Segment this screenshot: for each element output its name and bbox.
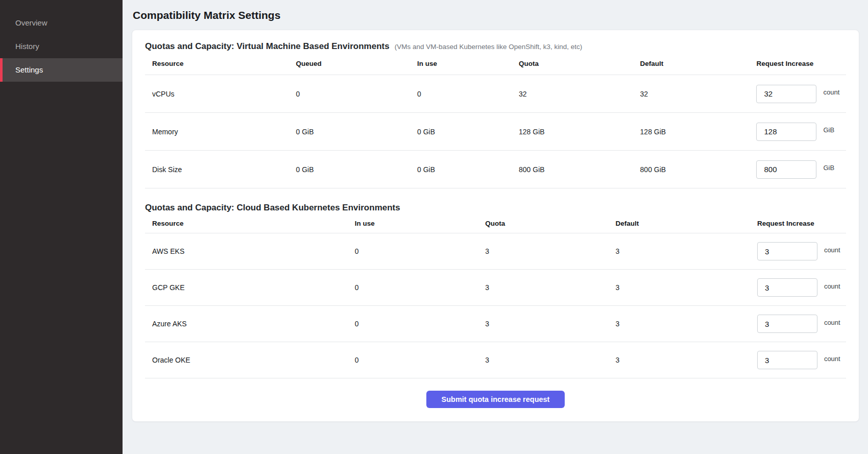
request-increase-input[interactable] (757, 351, 817, 369)
request-increase-input[interactable] (756, 123, 816, 141)
table-header-row: ResourceIn useQuotaDefaultRequest Increa… (145, 214, 846, 233)
column-header: Default (633, 60, 750, 67)
submit-row: Submit quota increase request (145, 391, 846, 408)
resource-value: 0 (410, 90, 512, 98)
resource-value: 0 GiB (288, 128, 410, 136)
column-header: Quota (478, 220, 608, 227)
sidebar: Overview History Settings (0, 0, 123, 454)
resource-value: 3 (609, 283, 750, 292)
column-header: Quota (512, 60, 633, 67)
unit-label: count (824, 246, 840, 254)
request-increase-cell: GiB (749, 123, 846, 141)
unit-label: count (824, 319, 840, 326)
column-header: Request Increase (750, 220, 846, 227)
resource-value: 0 (348, 320, 478, 328)
resource-value: 0 (348, 247, 478, 255)
table-row: AWS EKS033count (145, 233, 846, 270)
resource-value: 3 (478, 356, 608, 364)
resource-value: 32 (512, 90, 633, 98)
page-title: Compatibility Matrix Settings (133, 8, 859, 22)
request-increase-input[interactable] (756, 85, 816, 103)
table-header-row: ResourceQueuedIn useQuotaDefaultRequest … (145, 53, 846, 75)
resource-value: 0 GiB (410, 128, 512, 136)
vm-quota-table: ResourceQueuedIn useQuotaDefaultRequest … (145, 53, 846, 188)
cloud-section-title: Quotas and Capacity: Cloud Based Kuberne… (145, 202, 400, 214)
table-row: Azure AKS033count (145, 306, 846, 342)
resource-name: Azure AKS (145, 320, 348, 328)
resource-value: 3 (478, 283, 608, 292)
column-header: Queued (288, 60, 410, 67)
resource-name: vCPUs (145, 90, 288, 98)
resource-value: 128 GiB (512, 128, 633, 136)
unit-label: GiB (823, 164, 834, 172)
request-increase-input[interactable] (756, 160, 816, 179)
request-increase-cell: count (750, 242, 846, 260)
request-increase-cell: count (750, 315, 846, 333)
sidebar-item-history[interactable]: History (0, 35, 123, 58)
column-header: In use (410, 60, 512, 67)
resource-value: 800 GiB (512, 165, 633, 174)
unit-label: count (824, 282, 840, 290)
request-increase-cell: count (750, 278, 846, 297)
resource-value: 800 GiB (633, 165, 750, 174)
resource-value: 3 (609, 356, 750, 364)
resource-value: 3 (478, 320, 608, 328)
request-increase-input[interactable] (757, 242, 817, 260)
table-row: Memory0 GiB0 GiB128 GiB128 GiBGiB (145, 113, 846, 151)
resource-value: 0 (288, 90, 410, 98)
resource-name: Memory (145, 128, 288, 136)
table-row: GCP GKE033count (145, 270, 846, 306)
request-increase-cell: count (749, 85, 846, 103)
submit-quota-increase-button[interactable]: Submit quota increase request (426, 391, 565, 408)
main-content: Compatibility Matrix Settings Quotas and… (123, 0, 868, 454)
resource-value: 32 (633, 90, 750, 98)
resource-value: 3 (609, 247, 750, 255)
unit-label: count (823, 88, 839, 96)
resource-value: 0 (348, 356, 478, 364)
resource-value: 3 (478, 247, 608, 255)
request-increase-input[interactable] (757, 278, 817, 297)
cloud-quota-table: ResourceIn useQuotaDefaultRequest Increa… (145, 214, 846, 378)
request-increase-input[interactable] (757, 315, 817, 333)
cloud-section-heading: Quotas and Capacity: Cloud Based Kuberne… (145, 202, 846, 214)
column-header: Resource (145, 220, 348, 227)
unit-label: GiB (823, 126, 834, 134)
sidebar-item-settings[interactable]: Settings (0, 58, 123, 82)
vm-section-heading: Quotas and Capacity: Virtual Machine Bas… (145, 40, 846, 53)
table-row: Disk Size0 GiB0 GiB800 GiB800 GiBGiB (145, 151, 846, 188)
resource-value: 0 GiB (410, 165, 512, 174)
table-row: vCPUs003232count (145, 75, 846, 113)
request-increase-cell: count (750, 351, 846, 369)
sidebar-item-overview[interactable]: Overview (0, 11, 123, 35)
resource-value: 128 GiB (633, 128, 750, 136)
vm-section-title: Quotas and Capacity: Virtual Machine Bas… (145, 40, 390, 53)
column-header: Default (609, 220, 750, 227)
resource-value: 0 GiB (288, 165, 410, 174)
resource-name: Oracle OKE (145, 356, 348, 364)
request-increase-cell: GiB (749, 160, 846, 179)
resource-name: Disk Size (145, 165, 288, 174)
resource-value: 3 (609, 320, 750, 328)
table-row: Oracle OKE033count (145, 342, 846, 378)
resource-name: GCP GKE (145, 283, 348, 292)
quota-settings-card: Quotas and Capacity: Virtual Machine Bas… (132, 30, 859, 422)
column-header: Resource (145, 60, 288, 67)
column-header: Request Increase (749, 60, 846, 67)
resource-value: 0 (348, 283, 478, 292)
resource-name: AWS EKS (145, 247, 348, 255)
column-header: In use (348, 220, 478, 227)
vm-section-note: (VMs and VM-based Kubernetes like OpenSh… (395, 43, 583, 51)
unit-label: count (824, 355, 840, 363)
